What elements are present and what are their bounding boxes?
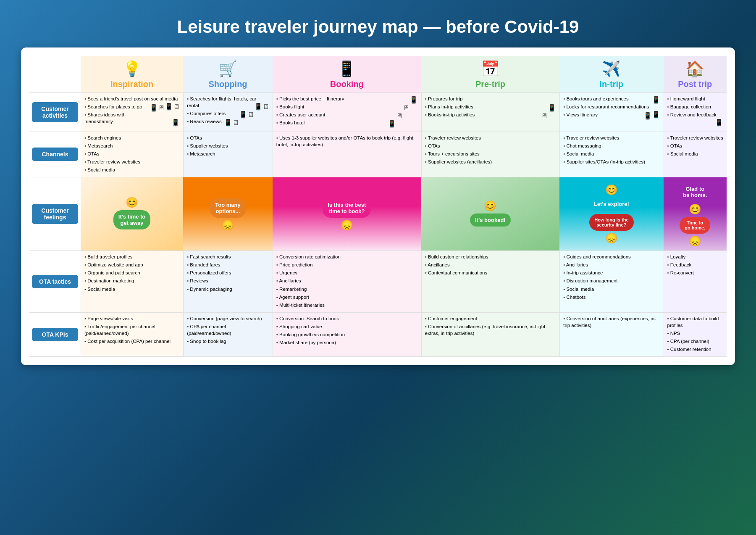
list-item: Booking growth vs competition [276, 331, 418, 338]
intrip-icon: ✈️ [563, 60, 660, 78]
list-item: Disruption management [563, 277, 660, 284]
activities-shopping: Searches for flights, hotels, car rental… [183, 93, 273, 132]
channels-shopping-list: OTAs Supplier websites Metasearch [187, 134, 269, 157]
inspiration-icon: 💡 [84, 60, 180, 78]
list-item: Chat messaging [563, 142, 660, 149]
list-item: Chatbots [563, 294, 660, 300]
list-item: Homeward flight [667, 95, 723, 102]
list-item: Social media [84, 286, 180, 293]
list-item: Traveler review websites [563, 134, 660, 141]
booking-label: Booking [330, 79, 364, 89]
list-item: Contextual communications [425, 269, 556, 276]
pretrip-icon: 📅 [425, 60, 556, 78]
list-item: Cost per acquisition (CPA) per channel [84, 338, 180, 345]
list-item: Market share (by persona) [276, 339, 418, 346]
channels-label-cell: Channels [29, 132, 81, 177]
ota-kpis-row: OTA KPIs Page views/site visits Traffic/… [29, 313, 727, 357]
tactics-posttrip: Loyalty Feedback Re-convert [664, 251, 727, 313]
tactics-inspiration: Build traveler profiles Optimize website… [81, 251, 183, 313]
main-card: 💡 Inspiration 🛒 Shopping 📱 Booking 📅 Pre… [21, 47, 735, 365]
booking-icon: 📱 [276, 60, 418, 78]
tactics-intrip: Guides and recommendations Ancillaries I… [559, 251, 663, 313]
list-item: Baggage collection [667, 103, 723, 110]
channels-inspiration-list: Search engines Metasearch OTAs Traveler … [84, 134, 180, 173]
pretrip-label: Pre-trip [475, 79, 505, 89]
list-item: Re-convert [667, 269, 723, 276]
feeling-bubble-shopping: Too manyoptions... [210, 198, 245, 218]
feeling-bubble-posttrip-1: Glad tobe home. [678, 182, 712, 202]
activities-booking-list: Picks the best price + Itinerary 📱 Books… [276, 95, 418, 126]
list-item: Urgency [276, 269, 418, 276]
channels-shopping: OTAs Supplier websites Metasearch [183, 132, 273, 177]
phase-header-pretrip: 📅 Pre-trip [421, 56, 559, 93]
kpis-pretrip: Customer engagement Conversion of ancill… [421, 313, 559, 357]
list-item: Books tours and experiences 📱 [563, 95, 660, 102]
feelings-label: Customer feelings [32, 204, 78, 224]
tactics-intrip-list: Guides and recommendations Ancillaries I… [563, 253, 660, 300]
list-item: Metasearch [187, 150, 269, 157]
list-item: Supplier websites (ancillaries) [425, 158, 556, 165]
list-item: Supplier sites/OTAs (in-trip activities) [563, 158, 660, 165]
list-item: Shop to book lag [187, 338, 269, 345]
list-item: CPA (per channel) [667, 338, 723, 345]
tactics-shopping: Fast search results Branded fares Person… [183, 251, 273, 313]
phase-header-intrip: ✈️ In-trip [559, 56, 663, 93]
activities-posttrip-list: Homeward flight Baggage collection Revie… [667, 95, 723, 118]
customer-activities-label-cell: Customer activities [29, 93, 81, 132]
list-item: Multi-ticket itineraries [276, 302, 418, 308]
feeling-bubble-inspiration: It's time toget away [113, 210, 151, 229]
list-item: Fast search results [187, 253, 269, 260]
list-item: Price prediction [276, 261, 418, 268]
list-item: Branded fares [187, 261, 269, 268]
feelings-booking-content: Is this the besttime to book? 😞 [273, 177, 421, 250]
phase-header-shopping: 🛒 Shopping [183, 56, 273, 93]
phase-header-inspiration: 💡 Inspiration [81, 56, 183, 93]
ota-tactics-row: OTA tactics Build traveler profiles Opti… [29, 251, 727, 313]
list-item: NPS [667, 330, 723, 337]
intrip-label: In-trip [600, 79, 624, 89]
sad-face-posttrip: 😞 [689, 235, 701, 247]
tactics-pretrip: Build customer relationships Ancillaries… [421, 251, 559, 313]
list-item: Looks for restaurant recommendations 📱 [563, 103, 660, 110]
activities-intrip-list: Books tours and experiences 📱 Looks for … [563, 95, 660, 118]
list-item: Ancillaries [563, 261, 660, 268]
list-item: Feedback [667, 261, 723, 268]
feelings-posttrip: Glad tobe home. 😊 Time togo home. 😞 [664, 177, 727, 251]
feeling-bubble-posttrip-2: Time togo home. [680, 217, 710, 234]
feelings-pretrip-content: 😊 It's booked! [421, 177, 559, 250]
channels-intrip: Traveler review websites Chat messaging … [559, 132, 663, 177]
list-item: Reviews [187, 277, 269, 284]
list-item: Uses 1-3 supplier websites and/or OTAs t… [276, 134, 418, 148]
list-item: Searches for flights, hotels, car rental… [187, 95, 269, 109]
list-item: Social media [563, 150, 660, 157]
list-item: Books in-trip activities 🖥 [425, 111, 556, 118]
list-item: Guides and recommendations [563, 253, 660, 260]
customer-feelings-row: Customer feelings 😊 It's time toget away… [29, 177, 727, 251]
channels-booking-list: Uses 1-3 supplier websites and/or OTAs t… [276, 134, 418, 148]
list-item: Books flight 🖥 [276, 103, 418, 110]
activities-pretrip-list: Prepares for trip Plans in-trip activiti… [425, 95, 556, 118]
ota-tactics-label-cell: OTA tactics [29, 251, 81, 313]
list-item: Dynamic packaging [187, 286, 269, 293]
list-item: Optimize website and app [84, 261, 180, 268]
list-item: Shopping cart value [276, 323, 418, 330]
tactics-posttrip-list: Loyalty Feedback Re-convert [667, 253, 723, 276]
list-item: Supplier websites [187, 142, 269, 149]
sad-face-booking: 😞 [341, 219, 353, 231]
tactics-booking: Conversion rate optimization Price predi… [273, 251, 421, 313]
phase-header-posttrip: 🏠 Post trip [664, 56, 727, 93]
kpis-inspiration: Page views/site visits Traffic/engagemen… [81, 313, 183, 357]
feelings-inspiration: 😊 It's time toget away [81, 177, 183, 251]
tactics-booking-list: Conversion rate optimization Price predi… [276, 253, 418, 308]
customer-activities-row: Customer activities Sees a friend's trav… [29, 93, 727, 132]
list-item: Destination marketing [84, 277, 180, 284]
customer-activities-label: Customer activities [32, 102, 78, 122]
kpis-booking-list: Conversion: Search to book Shopping cart… [276, 315, 418, 346]
activities-inspiration: Sees a friend's travel post on social me… [81, 93, 183, 132]
sad-face-shopping: 😞 [221, 219, 234, 231]
feeling-bubble-pretrip: It's booked! [470, 213, 510, 227]
posttrip-label: Post trip [678, 79, 712, 89]
feelings-shopping: Too manyoptions... 😞 [183, 177, 273, 251]
posttrip-icon: 🏠 [667, 60, 723, 78]
kpis-shopping: Conversion (page view to search) CPA per… [183, 313, 273, 357]
